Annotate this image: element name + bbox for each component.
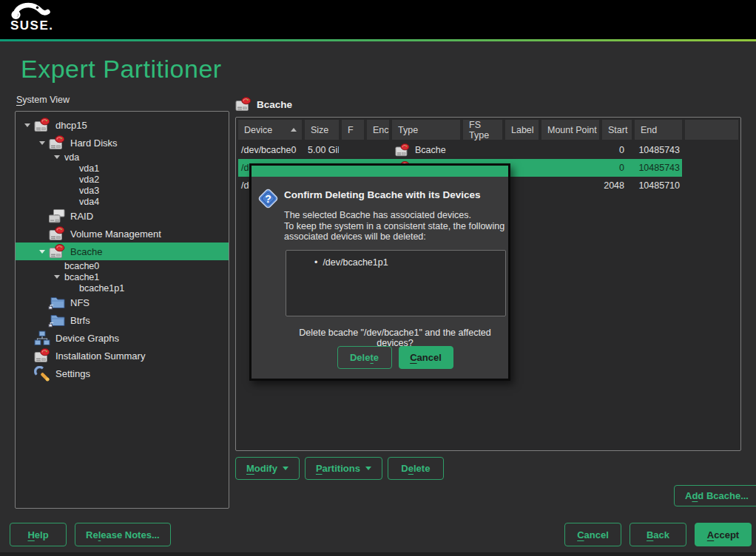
column-header-device[interactable]: Device bbox=[238, 120, 302, 140]
yast-expert-partitioner-window: SUSE. Expert Partitioner System View dhc… bbox=[0, 0, 756, 556]
sidebar-item-label: Settings bbox=[55, 368, 90, 379]
type-label: Bcache bbox=[415, 145, 446, 155]
sidebar-item-label: vda3 bbox=[79, 186, 99, 196]
affected-devices-list[interactable]: •/dev/bcache1p1 bbox=[286, 250, 506, 316]
affected-device-item[interactable]: •/dev/bcache1p1 bbox=[314, 257, 505, 268]
sidebar-item-volume-management[interactable]: Volume Management bbox=[16, 225, 229, 243]
sidebar-item-label: vda1 bbox=[79, 163, 99, 174]
disk-chameleon-icon bbox=[33, 348, 51, 364]
sidebar-item-vda3[interactable]: vda3 bbox=[16, 185, 229, 196]
column-header-label: End bbox=[641, 125, 657, 135]
dialog-cancel-button[interactable]: Cancel bbox=[399, 346, 453, 369]
partitions-button[interactable]: Partitions bbox=[305, 457, 382, 480]
expander-arrow-icon[interactable] bbox=[54, 275, 60, 279]
system-view-label: System View bbox=[16, 95, 70, 105]
system-view-tree: dhcp15Hard Disksvdavda1vda2vda3vda4RAIDV… bbox=[15, 111, 229, 509]
sidebar-item-label: RAID bbox=[70, 211, 93, 222]
add-bcache-button[interactable]: Add Bcache... bbox=[674, 485, 756, 506]
help-button[interactable]: Help bbox=[10, 523, 67, 546]
cell-start: 2048 bbox=[602, 180, 632, 191]
device-graphs-icon bbox=[33, 330, 51, 346]
cell-type: Bcache bbox=[392, 143, 460, 157]
sidebar-item-label: Volume Management bbox=[70, 228, 161, 240]
column-header-type[interactable]: Type bbox=[392, 120, 460, 140]
column-header-label: Label bbox=[511, 125, 534, 135]
column-header-label: F bbox=[348, 125, 354, 135]
window-bottom-edge bbox=[0, 552, 756, 556]
network-folder-icon bbox=[48, 312, 66, 328]
release-notes-button[interactable]: Release Notes... bbox=[75, 523, 171, 546]
column-header-label: Start bbox=[608, 125, 627, 135]
cell-end: 10485743 bbox=[635, 163, 682, 173]
raid-disks-icon bbox=[48, 208, 66, 224]
expander-arrow-icon[interactable] bbox=[39, 250, 45, 254]
back-button[interactable]: Back bbox=[630, 523, 686, 546]
expander-arrow-icon[interactable] bbox=[54, 155, 60, 159]
bcache-section-title: Bcache bbox=[257, 99, 292, 110]
sidebar-item-btrfs[interactable]: Btrfs bbox=[16, 311, 229, 329]
chevron-down-icon bbox=[283, 467, 288, 470]
column-header-filler bbox=[685, 120, 738, 140]
sidebar-item-settings[interactable]: Settings bbox=[16, 365, 229, 382]
column-header-label[interactable]: Label bbox=[505, 120, 539, 140]
chevron-down-icon bbox=[365, 467, 371, 470]
sidebar-item-label: dhcp15 bbox=[55, 120, 87, 131]
network-folder-icon bbox=[48, 294, 66, 311]
sidebar-item-vda1[interactable]: vda1 bbox=[16, 163, 229, 174]
cancel-button[interactable]: Cancel bbox=[564, 523, 621, 546]
cell-device: /dev/bcache0 bbox=[238, 145, 302, 155]
disk-chameleon-icon bbox=[48, 135, 66, 151]
cell-start: 0 bbox=[602, 163, 632, 173]
suse-logo: SUSE. bbox=[10, 1, 70, 33]
sidebar-item-label: Btrfs bbox=[70, 315, 90, 326]
bullet-icon: • bbox=[314, 257, 317, 268]
column-header-fs_type[interactable]: FS Type bbox=[463, 120, 502, 140]
sidebar-item-label: NFS bbox=[70, 297, 90, 308]
affected-device-name: /dev/bcache1p1 bbox=[323, 257, 388, 268]
sidebar-item-bcache[interactable]: Bcache bbox=[16, 243, 229, 260]
sidebar-item-label: Hard Disks bbox=[70, 138, 118, 149]
sidebar-item-installation-summary[interactable]: Installation Summary bbox=[16, 347, 229, 365]
disk-chameleon-icon bbox=[33, 117, 51, 133]
sidebar-item-vda[interactable]: vda bbox=[16, 152, 229, 163]
dialog-title-bar[interactable] bbox=[252, 166, 508, 177]
column-header-label: Type bbox=[398, 125, 418, 135]
disk-chameleon-icon bbox=[48, 226, 66, 242]
sidebar-item-bcache1p1[interactable]: bcache1p1 bbox=[16, 282, 229, 294]
expander-arrow-icon[interactable] bbox=[39, 141, 45, 145]
suse-logo-text: SUSE. bbox=[10, 18, 70, 33]
sidebar-item-label: bcache1 bbox=[64, 272, 99, 282]
sidebar-item-bcache1[interactable]: bcache1 bbox=[16, 271, 229, 282]
sidebar-item-vda4[interactable]: vda4 bbox=[16, 196, 229, 207]
column-header-start[interactable]: Start bbox=[602, 120, 632, 140]
column-header-size[interactable]: Size bbox=[305, 120, 339, 140]
svg-text:?: ? bbox=[265, 193, 271, 205]
sidebar-item-label: bcache0 bbox=[64, 261, 99, 271]
dialog-delete-button[interactable]: Delete bbox=[337, 346, 392, 369]
sidebar-item-bcache0[interactable]: bcache0 bbox=[16, 260, 229, 271]
sidebar-item-vda2[interactable]: vda2 bbox=[16, 174, 229, 185]
dialog-title: Confirm Deleting Bcache with its Devices bbox=[284, 189, 481, 200]
delete-button[interactable]: Delete bbox=[388, 457, 444, 480]
top-bar: SUSE. bbox=[0, 0, 756, 39]
column-header-end[interactable]: End bbox=[635, 120, 682, 140]
dialog-message-line: To keep the system in a consistent state… bbox=[284, 221, 507, 232]
sidebar-item-label: Installation Summary bbox=[55, 350, 145, 362]
accept-button[interactable]: Accept bbox=[695, 523, 752, 546]
modify-button[interactable]: Modify bbox=[235, 457, 300, 480]
column-header-mount_point[interactable]: Mount Point bbox=[541, 120, 599, 140]
column-header-label: Device bbox=[244, 125, 272, 135]
column-header-enc[interactable]: Enc bbox=[367, 120, 389, 140]
page-title: Expert Partitioner bbox=[21, 55, 222, 84]
column-header-f[interactable]: F bbox=[342, 120, 364, 140]
sidebar-item-raid[interactable]: RAID bbox=[16, 207, 229, 225]
sidebar-item-device-graphs[interactable]: Device Graphs bbox=[16, 329, 229, 347]
sidebar-item-label: vda4 bbox=[79, 197, 99, 207]
question-icon: ? bbox=[256, 186, 280, 211]
sidebar-item-hard-disks[interactable]: Hard Disks bbox=[16, 134, 229, 152]
sidebar-item-dhcp15[interactable]: dhcp15 bbox=[16, 116, 229, 134]
sidebar-item-nfs[interactable]: NFS bbox=[16, 294, 229, 311]
cell-start: 0 bbox=[602, 145, 632, 155]
expander-arrow-icon[interactable] bbox=[24, 123, 30, 127]
table-row-dev-bcache0[interactable]: /dev/bcache05.00 GiBBcache010485743 bbox=[238, 141, 682, 159]
